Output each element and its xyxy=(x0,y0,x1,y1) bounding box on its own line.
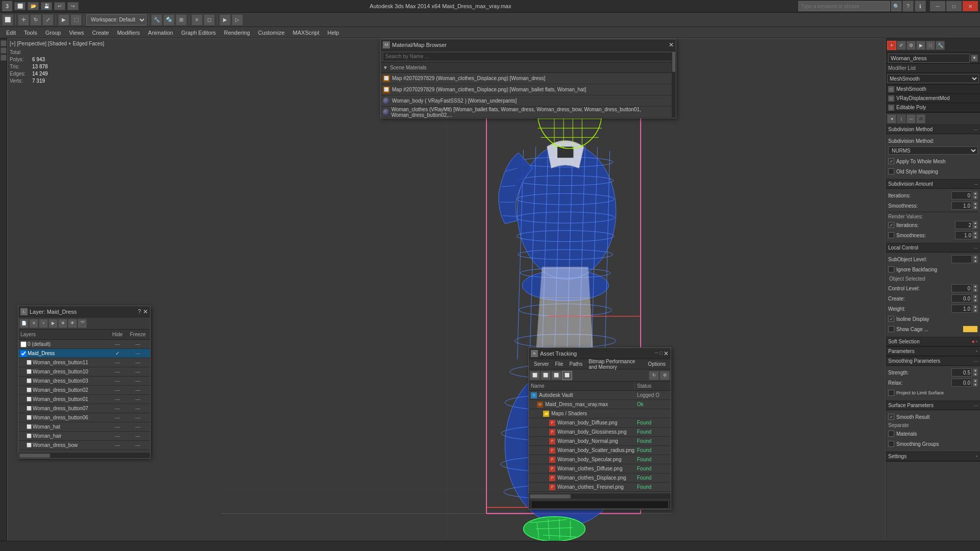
menu-animation[interactable]: Animation xyxy=(144,27,177,38)
relax-input[interactable] xyxy=(951,379,972,387)
menu-rendering[interactable]: Rendering xyxy=(220,27,254,38)
old-style-mapping-check[interactable] xyxy=(888,168,894,174)
layer-row[interactable]: ⬜ Woman_dress_button10 — — xyxy=(18,367,150,377)
toolbar-display[interactable]: ◻ xyxy=(204,14,215,26)
layer-tool-render[interactable]: 🎬 xyxy=(78,319,87,328)
mat-item[interactable]: Woman_body ( VRayFastSSS2 ) [Woman_under… xyxy=(381,95,676,107)
cl-down[interactable]: ▼ xyxy=(973,288,978,292)
toolbar-snap2[interactable]: 🔩 xyxy=(163,14,175,26)
save-btn[interactable]: 💾 xyxy=(41,2,52,10)
layer-row[interactable]: ⬜ Woman_dress_button07 — — xyxy=(18,404,150,413)
menu-maxscript[interactable]: MAXScript xyxy=(289,27,324,38)
menu-modifiers[interactable]: Modifiers xyxy=(113,27,144,38)
render-iter-down[interactable]: ▼ xyxy=(973,225,978,229)
mat-item[interactable]: Woman_clothes (VRayMtl) [Woman_ballet fl… xyxy=(381,107,676,118)
at-menu-options[interactable]: Options xyxy=(645,359,669,369)
workspace-dropdown[interactable]: Workspace: Default xyxy=(86,14,146,26)
left-tool-1[interactable] xyxy=(1,40,7,46)
smoothing-groups-check[interactable] xyxy=(888,441,894,447)
materials-check[interactable] xyxy=(888,431,894,437)
at-menu-paths[interactable]: Paths xyxy=(567,359,586,369)
at-row[interactable]: V Autodesk Vault Logged O xyxy=(529,391,671,400)
modifier-item-editable-poly[interactable]: ◻ Editable Poly xyxy=(886,103,980,112)
viewport-3d[interactable]: [+] [Perspective] [Shaded + Edged Faces]… xyxy=(7,38,886,551)
render-iter-up[interactable]: ▲ xyxy=(973,221,978,225)
rp-modify-icon[interactable]: ✐ xyxy=(897,41,906,50)
wt-up[interactable]: ▲ xyxy=(973,305,978,309)
modifier-dropdown[interactable]: MeshSmooth xyxy=(887,74,979,83)
mat-vscrollbar[interactable] xyxy=(672,51,676,118)
restore-button[interactable]: □ xyxy=(946,1,962,11)
layer-row[interactable]: ⬜ Woman_hair — — xyxy=(18,432,150,441)
minimize-button[interactable]: ─ xyxy=(930,1,945,11)
layer-row[interactable]: ⬜ Woman_dress_button06 — — xyxy=(18,413,150,422)
undo-btn[interactable]: ↩ xyxy=(54,2,65,10)
rp-motion-icon[interactable]: ▶ xyxy=(916,41,925,50)
at-row[interactable]: 📁 Maps / Shaders xyxy=(529,409,671,418)
render-smooth-down[interactable]: ▼ xyxy=(973,235,978,239)
str-down[interactable]: ▼ xyxy=(973,372,978,377)
modifier-item-vray[interactable]: ◻ VRayDisplacementMod xyxy=(886,94,980,103)
layer-visibility-check[interactable] xyxy=(20,341,27,347)
show-cage-check[interactable] xyxy=(888,326,894,332)
str-up[interactable]: ▲ xyxy=(973,368,978,372)
help-icon[interactable]: ? xyxy=(902,1,914,12)
left-tool-3[interactable] xyxy=(1,55,7,61)
asset-close-btn[interactable]: ✕ xyxy=(664,350,669,357)
subdivision-method-dropdown[interactable]: NURMS xyxy=(888,146,978,155)
open-btn[interactable]: 📂 xyxy=(28,2,39,10)
toolbar-scale[interactable]: ⤢ xyxy=(42,14,54,26)
iterations-down[interactable]: ▼ xyxy=(973,195,978,199)
isoline-display-check[interactable]: ✓ xyxy=(888,316,894,322)
create-input[interactable] xyxy=(951,294,972,303)
cr-up[interactable]: ▲ xyxy=(973,294,978,298)
layer-visibility-check[interactable] xyxy=(20,350,27,357)
wt-down[interactable]: ▼ xyxy=(973,309,978,313)
weight-input[interactable] xyxy=(951,305,972,313)
layer-row[interactable]: ⬜ Woman_dress_button01 — — xyxy=(18,395,150,404)
toolbar-render2[interactable]: ▷ xyxy=(232,14,243,26)
at-hscroll-thumb[interactable] xyxy=(530,494,571,498)
toolbar-layer[interactable]: ≡ xyxy=(191,14,203,26)
layer-panel-close[interactable]: ✕ xyxy=(143,308,148,315)
rx-up[interactable]: ▲ xyxy=(973,379,978,383)
close-button[interactable]: ✕ xyxy=(963,1,978,11)
control-level-input[interactable] xyxy=(951,284,972,292)
layer-row[interactable]: Maid_Dress ✓ — xyxy=(18,349,150,358)
rp-pin-right[interactable]: | xyxy=(897,114,906,123)
cr-down[interactable]: ▼ xyxy=(973,298,978,303)
at-tool-refresh[interactable]: ↻ xyxy=(649,371,659,380)
iterations-up[interactable]: ▲ xyxy=(973,191,978,195)
rx-down[interactable]: ▼ xyxy=(973,383,978,387)
search-icon[interactable]: 🔍 xyxy=(891,1,901,11)
toolbar-snap[interactable]: 🔧 xyxy=(151,14,162,26)
toolbar-mirror[interactable]: ⊞ xyxy=(176,14,187,26)
at-row[interactable]: P Woman_body_Glossiness.png Found xyxy=(529,428,671,437)
rp-utilities-icon[interactable]: 🔧 xyxy=(936,41,945,50)
at-row[interactable]: M Maid_Dress_max_vray.max Ok xyxy=(529,400,671,409)
mat-item[interactable]: ⬜ Map #2070297829 (Woman_clothes_Displac… xyxy=(381,84,676,95)
menu-customize[interactable]: Customize xyxy=(254,27,289,38)
at-tool-3[interactable]: ⬜ xyxy=(551,371,561,380)
at-tool-2[interactable]: ⬜ xyxy=(541,371,551,380)
asset-minimize-btn[interactable]: ─ xyxy=(655,350,658,357)
subdivision-amount-header[interactable]: Subdivision Amount — xyxy=(886,180,980,189)
at-row[interactable]: P Woman_body_Scatter_radius.png Found xyxy=(529,446,671,455)
rp-create-icon[interactable]: + xyxy=(887,41,896,50)
menu-views[interactable]: Views xyxy=(65,27,88,38)
layer-row[interactable]: ⬜ Woman_dress_bow — — xyxy=(18,441,150,450)
toolbar-select2[interactable]: ⬚ xyxy=(70,14,82,26)
layer-panel-help[interactable]: ? xyxy=(138,309,141,314)
smoothness-input[interactable] xyxy=(951,202,972,210)
toolbar-select[interactable]: ▶ xyxy=(58,14,69,26)
subdivision-method-header[interactable]: Subdivision Method — xyxy=(886,125,980,134)
menu-edit[interactable]: Edit xyxy=(2,27,20,38)
ignore-backfacing-check[interactable] xyxy=(888,266,894,272)
layer-tool-select[interactable]: ▶ xyxy=(48,319,58,328)
redo-btn[interactable]: ↪ xyxy=(67,2,79,10)
surface-parameters-header[interactable]: Surface Parameters — xyxy=(886,401,980,410)
layer-row[interactable]: ⬜ Woman_dress_button03 — — xyxy=(18,377,150,386)
at-row[interactable]: P Woman_body_Diffuse.png Found xyxy=(529,418,671,428)
apply-whole-mesh-check[interactable]: ✓ xyxy=(888,158,894,164)
sublevel-down[interactable]: ▼ xyxy=(973,259,978,263)
